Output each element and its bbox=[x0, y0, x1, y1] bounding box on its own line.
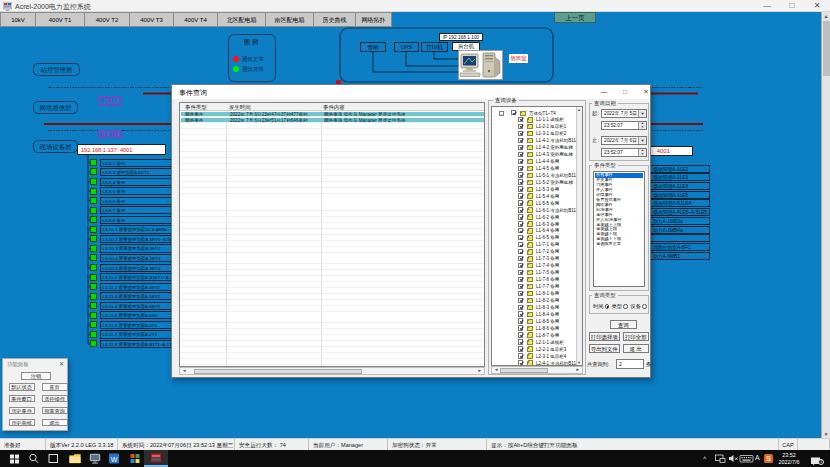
tree-checkbox[interactable] bbox=[518, 186, 523, 191]
field-device-label[interactable]: L3-10-5 赛事重要负荷A-3EY3 bbox=[100, 264, 174, 272]
tree-node-row[interactable]: L1-6-3 备用 bbox=[492, 221, 582, 228]
panel-button-1[interactable]: 默认状态 bbox=[9, 383, 35, 391]
tree-node-row[interactable]: L1-6-4 备用 bbox=[492, 228, 582, 235]
tree-checkbox[interactable] bbox=[511, 110, 516, 115]
tree-node-row[interactable]: L1-5-4 备用 bbox=[492, 193, 582, 200]
tab-400V T1[interactable]: 400V T1 bbox=[36, 12, 85, 27]
query-type-radio[interactable] bbox=[642, 304, 647, 309]
panel-button-2[interactable]: 首页 bbox=[42, 383, 68, 391]
dialog-titlebar[interactable]: 事件查询 — □ ✕ bbox=[172, 85, 650, 99]
app-icon-office-grid[interactable] bbox=[128, 450, 142, 467]
export-button[interactable]: 导出到文件 bbox=[589, 344, 621, 353]
tray-clock[interactable]: 23:52 2022/7/6 bbox=[776, 452, 802, 465]
scroll-up-icon[interactable]: ▲ bbox=[822, 13, 830, 19]
tree-expander-icon[interactable]: – bbox=[499, 111, 504, 116]
panel-button-8[interactable]: 退出 bbox=[42, 419, 68, 427]
tree-node-row[interactable]: L1-3-1 电容柜2 bbox=[492, 130, 582, 137]
tree-checkbox[interactable] bbox=[518, 311, 523, 316]
field-device-label[interactable]: L3-9-4 备用 bbox=[100, 178, 174, 186]
field-device-label[interactable]: L3-11-7 赛事重要负荷A-2T3 bbox=[100, 330, 174, 338]
tree-checkbox[interactable] bbox=[518, 214, 523, 219]
tray-ime-icon[interactable]: S bbox=[764, 454, 773, 463]
tree-checkbox[interactable] bbox=[518, 325, 523, 330]
field-device-label[interactable]: L3-11-4 赛事重要负荷A-5EY3 bbox=[100, 302, 174, 310]
field-device-label[interactable]: L3-11-5 赛事重要负荷A-6SC bbox=[100, 311, 174, 319]
field-device-label[interactable]: L3-11-6 赛事重要负荷A-4T5 bbox=[100, 321, 174, 329]
print-all-button[interactable]: 打印全部 bbox=[623, 332, 650, 341]
field-device-label[interactable]: L3-10-4 赛事重要负荷A-2EY3 bbox=[100, 254, 174, 262]
tree-node-row[interactable]: L1-4-3 室外用电梯 bbox=[492, 151, 582, 158]
tree-checkbox[interactable] bbox=[518, 179, 523, 184]
tree-checkbox[interactable] bbox=[518, 346, 523, 351]
tree-checkbox[interactable] bbox=[518, 159, 523, 164]
tree-checkbox[interactable] bbox=[518, 256, 523, 261]
date-from-dropdown-icon[interactable]: ▼ bbox=[638, 110, 646, 117]
tree-node-row[interactable]: L2-2-1 电容柜3 bbox=[492, 346, 582, 353]
tab-北区配电箱[interactable]: 北区配电箱 bbox=[218, 12, 266, 27]
app-icon-w[interactable]: W bbox=[107, 450, 121, 467]
tree-checkbox[interactable] bbox=[518, 263, 523, 268]
tree-checkbox[interactable] bbox=[518, 200, 523, 205]
event-table-hscrollbar[interactable]: ◄ ► bbox=[179, 367, 485, 375]
tree-node-row[interactable]: L1-7-2 备用 bbox=[492, 249, 582, 256]
tree-checkbox[interactable] bbox=[518, 242, 523, 247]
panel-button-7[interactable]: 历史曲线 bbox=[9, 419, 35, 427]
tree-checkbox[interactable] bbox=[518, 172, 523, 177]
tree-node-row[interactable]: L1-2-1 电容柜1 bbox=[492, 123, 582, 130]
tree-checkbox[interactable] bbox=[518, 207, 523, 212]
tree-checkbox[interactable] bbox=[518, 228, 523, 233]
tree-checkbox[interactable] bbox=[518, 166, 523, 171]
time-from-spinner[interactable]: 23:52:07 ▲▼ bbox=[601, 121, 647, 130]
tray-input-indicator[interactable]: A bbox=[755, 454, 760, 461]
tree-checkbox[interactable] bbox=[518, 284, 523, 289]
file-explorer-icon[interactable] bbox=[68, 450, 82, 467]
tab-网络拓扑[interactable]: 网络拓扑 bbox=[356, 12, 392, 27]
hscrollbar-thumb[interactable] bbox=[194, 369, 362, 374]
exit-button[interactable]: 退 出 bbox=[623, 344, 650, 353]
tree-checkbox[interactable] bbox=[518, 305, 523, 310]
notification-center-icon[interactable]: 1 bbox=[810, 453, 822, 464]
tree-node-row[interactable]: L1-5-3 备用 bbox=[492, 186, 582, 193]
tray-volume-icon[interactable] bbox=[727, 450, 739, 467]
tree-node-row[interactable]: L1-6-1 冷冻机组B11 bbox=[492, 207, 582, 214]
tree-checkbox[interactable] bbox=[518, 117, 523, 122]
tree-checkbox[interactable] bbox=[518, 339, 523, 344]
canvas-vertical-scrollbar[interactable]: ▲ ▼ bbox=[821, 12, 830, 438]
query-button[interactable]: 查询 bbox=[610, 320, 637, 330]
tree-checkbox[interactable] bbox=[518, 318, 523, 323]
task-view-icon[interactable] bbox=[47, 450, 60, 467]
tree-checkbox[interactable] bbox=[518, 332, 523, 337]
query-type-radio[interactable] bbox=[623, 304, 628, 309]
tree-node-row[interactable]: L1-7-1 备用 bbox=[492, 242, 582, 249]
date-from-combo[interactable]: 2022年 7月 5日 ▼ bbox=[601, 109, 647, 118]
panel-button-6[interactable]: 报表查询 bbox=[42, 407, 68, 415]
field-device-label[interactable]: L3-10-2 赛事重要负荷A-4EY1~A-5EY1 bbox=[100, 235, 174, 243]
logout-button[interactable]: 注销 bbox=[21, 372, 51, 380]
tree-checkbox[interactable] bbox=[518, 152, 523, 157]
tree-checkbox[interactable] bbox=[518, 221, 523, 226]
tree-checkbox[interactable] bbox=[518, 353, 523, 358]
window-maximize-button[interactable]: □ bbox=[781, 0, 803, 12]
window-close-button[interactable]: ✕ bbox=[806, 0, 828, 12]
tree-node-row[interactable]: L1-6-2 备用 bbox=[492, 214, 582, 221]
prev-page-button[interactable]: 上一页 bbox=[554, 12, 596, 23]
field-device-label[interactable]: L3-10-1 赛事重要负荷DCS.ARNs bbox=[100, 225, 174, 233]
start-button[interactable] bbox=[8, 450, 22, 467]
panel-button-4[interactable]: 遥控操作 bbox=[42, 395, 68, 403]
tree-node-row[interactable]: L1-5-5 备用 bbox=[492, 200, 582, 207]
scroll-right-icon[interactable]: ► bbox=[478, 368, 482, 375]
column-header-time[interactable]: 发生时间 bbox=[229, 104, 251, 111]
scroll-down-icon[interactable]: ▼ bbox=[822, 431, 830, 437]
panel-button-3[interactable]: 事件窗口 bbox=[9, 395, 35, 403]
tree-checkbox[interactable] bbox=[518, 235, 523, 240]
result-count-field[interactable]: 2 bbox=[616, 359, 644, 370]
event-row[interactable]: 网络事件2022年 7月 6日23时51分17秒646毫秒网络事项 操作员 Ma… bbox=[181, 118, 484, 124]
tree-node-row[interactable]: L1-8-6 备用 bbox=[492, 325, 582, 332]
field-device-label[interactable]: L3-9-2 备用 bbox=[100, 159, 174, 167]
tree-checkbox[interactable] bbox=[518, 249, 523, 254]
date-to-dropdown-icon[interactable]: ▼ bbox=[638, 137, 646, 144]
dialog-minimize-button[interactable]: — bbox=[596, 86, 612, 98]
tree-node-row[interactable]: L1-7-7 备用 bbox=[492, 283, 582, 290]
tab-历史曲线[interactable]: 历史曲线 bbox=[314, 12, 356, 27]
time-to-spin-icons[interactable]: ▲▼ bbox=[638, 149, 646, 156]
